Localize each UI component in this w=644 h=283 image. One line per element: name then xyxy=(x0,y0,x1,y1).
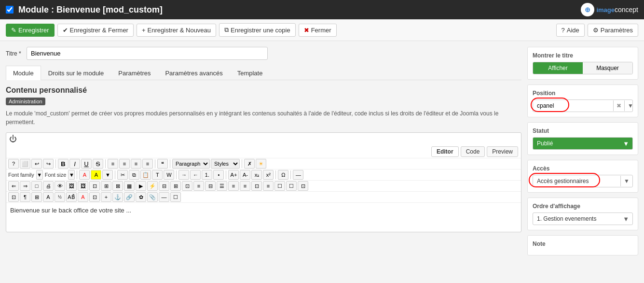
tb-more3-btn[interactable]: ⊡ xyxy=(182,181,192,191)
tb-more1-btn[interactable]: ⊟ xyxy=(159,181,169,191)
ordre-select[interactable]: 1. Gestion evenements xyxy=(533,212,633,225)
tb-font-family-dropdown[interactable]: ▼ xyxy=(36,170,43,180)
tb-more7-btn[interactable]: ≡ xyxy=(228,181,239,191)
tab-module[interactable]: Module xyxy=(6,66,41,80)
styles-select[interactable]: Styles xyxy=(211,159,240,169)
masquer-button[interactable]: Masquer xyxy=(583,62,632,74)
tb-rtl-btn[interactable]: ⇐ xyxy=(8,181,19,191)
tb-outdent-btn[interactable]: ← xyxy=(190,170,201,180)
tb-subscript-btn[interactable]: x₂ xyxy=(251,170,262,180)
header-checkbox[interactable] xyxy=(6,6,14,14)
save-copy-button[interactable]: ⧉ Enregistrer une copie xyxy=(219,23,296,37)
tb-redo-btn[interactable]: ↪ xyxy=(43,159,54,169)
tb-more12-btn[interactable]: ☐ xyxy=(286,181,297,191)
tb-hr-btn[interactable]: — xyxy=(293,170,303,180)
tb-r4-btn14[interactable]: — xyxy=(159,192,169,202)
tb-r4-btn4[interactable]: A xyxy=(43,192,54,202)
tb-more5-btn[interactable]: ⊟ xyxy=(205,181,216,191)
tb-r4-btn7[interactable]: A xyxy=(78,192,88,202)
tb-new-btn[interactable]: ⬜ xyxy=(20,159,30,169)
tb-cut-btn[interactable]: ✂ xyxy=(117,170,128,180)
tb-ltr-btn[interactable]: ⇒ xyxy=(20,181,30,191)
editor-tab-editor[interactable]: Editor xyxy=(431,146,459,157)
tb-r4-btn9[interactable]: + xyxy=(101,192,111,202)
tb-more13-btn[interactable]: ⊡ xyxy=(298,181,308,191)
tb-strikethrough-btn[interactable]: S xyxy=(93,159,103,169)
tb-more8-btn[interactable]: ≡ xyxy=(240,181,250,191)
tab-parametres[interactable]: Paramètres xyxy=(111,66,158,80)
tb-r4-btn3[interactable]: ⊞ xyxy=(31,192,42,202)
tb-copy-btn[interactable]: ⧉ xyxy=(129,170,139,180)
position-dropdown-icon[interactable]: ▼ xyxy=(624,100,633,111)
tb-italic-btn[interactable]: I xyxy=(69,159,80,169)
tb-r4-btn1[interactable]: ⊡ xyxy=(8,192,19,202)
tb-align-left-btn[interactable]: ≡ xyxy=(108,159,118,169)
editor-content[interactable]: Bienvenue sur le back office de votre si… xyxy=(6,203,521,232)
tb-indent-btn[interactable]: → xyxy=(178,170,189,180)
tb-eraser-btn[interactable]: ✗ xyxy=(244,159,255,169)
tb-align-right-btn[interactable]: ≡ xyxy=(131,159,141,169)
tb-more2-btn[interactable]: ⊞ xyxy=(170,181,181,191)
tb-undo-btn[interactable]: ↩ xyxy=(31,159,42,169)
tb-align-justify-btn[interactable]: ≡ xyxy=(142,159,153,169)
tb-more9-btn[interactable]: ⊡ xyxy=(251,181,262,191)
tb-list-ul-btn[interactable]: • xyxy=(213,170,224,180)
tb-bg-color-btn[interactable]: A xyxy=(91,170,101,180)
tb-paste-text-btn[interactable]: T xyxy=(152,170,163,180)
tb-img3-btn[interactable]: ⊡ xyxy=(89,181,100,191)
tb-r4-btn10[interactable]: ⚓ xyxy=(112,192,123,202)
tb-img4-btn[interactable]: ⊞ xyxy=(101,181,111,191)
tb-bold-btn[interactable]: B xyxy=(58,159,69,169)
tb-more6-btn[interactable]: ☰ xyxy=(217,181,227,191)
tb-r4-btn15[interactable]: ☐ xyxy=(170,192,181,202)
tab-template[interactable]: Template xyxy=(230,66,270,80)
tb-img5-btn[interactable]: ⊠ xyxy=(112,181,123,191)
tb-superscript-btn[interactable]: x² xyxy=(263,170,274,180)
tb-div-btn[interactable]: □ xyxy=(31,181,42,191)
tb-r4-btn12[interactable]: ✿ xyxy=(136,192,146,202)
tb-preview2-btn[interactable]: 👁 xyxy=(55,181,65,191)
save-new-button[interactable]: + Enregistrer & Nouveau xyxy=(137,24,216,37)
tb-help-btn[interactable]: ? xyxy=(8,159,19,169)
editor-tab-preview[interactable]: Preview xyxy=(487,146,518,157)
tb-r4-btn2[interactable]: ¶ xyxy=(20,192,30,202)
editor-tab-code[interactable]: Code xyxy=(461,146,485,157)
afficher-button[interactable]: Afficher xyxy=(533,62,583,74)
tb-img6-btn[interactable]: ▦ xyxy=(124,181,135,191)
tb-underline-btn[interactable]: U xyxy=(81,159,92,169)
save-close-button[interactable]: ✔ Enregistrer & Fermer xyxy=(57,24,134,37)
tb-img-btn[interactable]: 🖼 xyxy=(66,181,77,191)
tb-font-size-dropdown[interactable]: ▼ xyxy=(68,170,75,180)
tb-media-btn[interactable]: ▶ xyxy=(136,181,146,191)
tb-fontsize-inc-btn[interactable]: A+ xyxy=(228,170,239,180)
power-icon[interactable]: ⏻ xyxy=(9,135,17,143)
tb-print-btn[interactable]: 🖨 xyxy=(43,181,54,191)
tb-img2-btn[interactable]: 🖼 xyxy=(78,181,88,191)
tab-parametres-avances[interactable]: Paramètres avancés xyxy=(158,66,230,80)
tb-r4-btn8[interactable]: ⊡ xyxy=(89,192,100,202)
params-button[interactable]: ⚙ Paramètres xyxy=(588,24,638,37)
tb-special-char-btn[interactable]: Ω xyxy=(278,170,288,180)
position-input[interactable] xyxy=(533,100,613,112)
tb-list-ol-btn[interactable]: 1. xyxy=(202,170,212,180)
tb-more4-btn[interactable]: ≡ xyxy=(193,181,204,191)
title-input[interactable] xyxy=(27,47,268,60)
acces-dropdown-icon[interactable]: ▼ xyxy=(620,176,632,186)
tb-r4-btn5[interactable]: ½ xyxy=(55,192,65,202)
close-button[interactable]: ✖ Fermer xyxy=(299,24,337,37)
tb-align-center-btn[interactable]: ≡ xyxy=(119,159,130,169)
tb-more10-btn[interactable]: ≡ xyxy=(263,181,274,191)
tb-fontsize-dec-btn[interactable]: A- xyxy=(240,170,250,180)
tb-more11-btn[interactable]: ☐ xyxy=(274,181,285,191)
tb-flash-btn[interactable]: ⚡ xyxy=(147,181,158,191)
tb-color-picker-btn[interactable]: ▼ xyxy=(102,170,113,180)
tb-blockquote-btn[interactable]: ❝ xyxy=(157,159,168,169)
tb-font-color-btn[interactable]: A xyxy=(79,170,90,180)
statut-select[interactable]: Publié xyxy=(533,137,633,150)
paragraph-select[interactable]: Paragraph xyxy=(172,159,210,169)
tb-paste-btn[interactable]: 📋 xyxy=(140,170,151,180)
tb-r4-btn13[interactable]: 📎 xyxy=(147,192,158,202)
tb-r4-btn6[interactable]: AB̄ xyxy=(66,192,77,202)
tb-paste-word-btn[interactable]: W xyxy=(164,170,174,180)
help-button[interactable]: ? Aide xyxy=(556,24,585,37)
